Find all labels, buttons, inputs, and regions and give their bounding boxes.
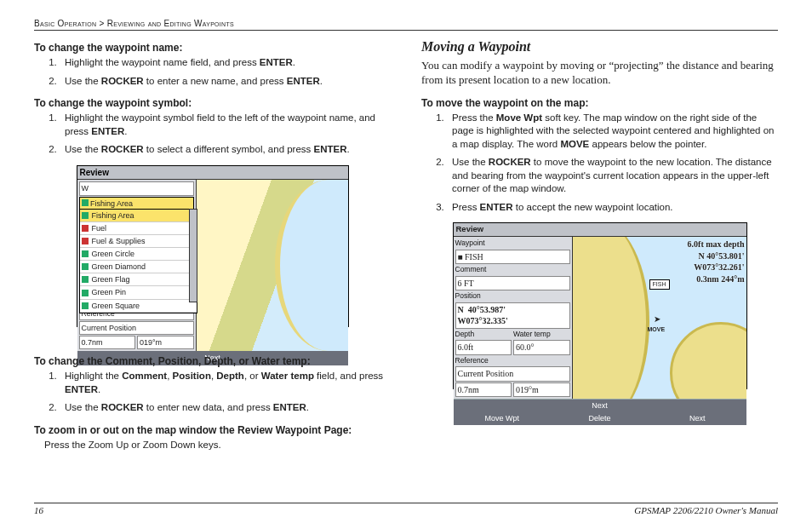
list-item[interactable]: Fuel	[80, 222, 197, 235]
softkey-delete[interactable]: Delete	[551, 411, 649, 425]
watertemp-field[interactable]: 60.0°	[513, 340, 570, 355]
map-preview	[197, 180, 348, 351]
row: W	[79, 181, 194, 195]
softkey-bar: Move Wpt Delete Next	[454, 411, 746, 425]
task1-steps: Highlight the waypoint name field, and p…	[34, 56, 391, 88]
map-preview[interactable]: 6.0ft max depth N 40°53.801' W073°32.261…	[573, 237, 746, 399]
distance-field: 0.7nm	[455, 382, 512, 398]
section-intro: You can modify a waypoint by moving or “…	[421, 58, 778, 88]
scrollbar[interactable]	[189, 209, 197, 302]
symbol-list[interactable]: Fishing Area Fuel Fuel & Supplies Green …	[79, 209, 197, 313]
list-item[interactable]: Fishing Area	[80, 210, 197, 222]
doc-title: GPSMAP 2206/2210 Owner's Manual	[634, 505, 778, 515]
task4-body: Press the Zoom Up or Zoom Down keys.	[34, 439, 391, 452]
move-label: MOVE	[648, 325, 666, 333]
figure-review-page: Review Waypoint ■ FISH Comment 6 FT Posi…	[453, 222, 747, 389]
distance: 0.7nm	[79, 336, 136, 349]
bearing-field: 019°m	[513, 382, 570, 398]
task-heading: To zoom in or out on the map window the …	[34, 423, 391, 437]
task2-steps: Highlight the waypoint symbol field to t…	[34, 112, 391, 157]
task-heading: To change the waypoint name:	[34, 41, 391, 55]
label: Reference	[455, 356, 570, 365]
breadcrumb: Basic Operation > Reviewing and Editing …	[34, 19, 778, 31]
label: Depth	[455, 330, 512, 339]
symbol-dropdown[interactable]: Fishing Area Fishing Area Fuel Fuel & Su…	[79, 197, 194, 210]
section-title: Moving a Waypoint	[421, 37, 778, 56]
step: Press ENTER to accept the new waypoint l…	[447, 201, 778, 215]
fig1-title: Review	[77, 166, 348, 181]
list-item[interactable]: Green Circle	[80, 248, 197, 261]
list-item[interactable]: Green Flag	[80, 273, 197, 286]
task-heading: To move the waypoint on the map:	[421, 96, 778, 110]
cursor-icon: ➤	[654, 313, 660, 325]
bearing: 019°m	[137, 336, 194, 349]
list-item[interactable]: Fuel & Supplies	[80, 235, 197, 248]
label: Water temp	[513, 330, 570, 339]
list-item[interactable]: Green Diamond	[80, 261, 197, 273]
list-item[interactable]: Green Pin	[80, 286, 197, 299]
step: Use the ROCKER to enter new data, and pr…	[60, 401, 391, 415]
page-number: 16	[34, 505, 43, 515]
page-footer: 16 GPSMAP 2206/2210 Owner's Manual	[34, 503, 778, 515]
map-info: 6.0ft max depth N 40°53.801' W073°32.261…	[575, 239, 745, 285]
softkey-move[interactable]: Move Wpt	[454, 411, 552, 425]
position-field[interactable]: N 40°53.987' W073°32.335'	[455, 302, 570, 329]
right-task1-steps: Press the Move Wpt soft key. The map win…	[421, 112, 778, 215]
label: Waypoint	[455, 239, 570, 248]
fig2-title: Review	[454, 223, 746, 237]
label: Position	[455, 291, 570, 301]
step: Highlight the waypoint name field, and p…	[60, 56, 391, 70]
step: Highlight the waypoint symbol field to t…	[60, 112, 391, 138]
step: Highlight the Comment, Position, Depth, …	[60, 370, 391, 396]
figure-symbol-list: Review W Fishing Area Fishing Area Fuel …	[77, 165, 349, 327]
value: Current Position	[79, 321, 194, 335]
breadcrumb-sep: >	[99, 19, 104, 28]
breadcrumb-sub: Reviewing and Editing Waypoints	[107, 19, 234, 28]
depth-field[interactable]: 6.0ft	[455, 340, 512, 355]
waypoint-flag[interactable]: FISH	[649, 279, 670, 290]
comment-field[interactable]: 6 FT	[455, 276, 570, 291]
list-item[interactable]: Green Square	[80, 300, 197, 313]
step: Use the ROCKER to select a different sym…	[60, 143, 391, 157]
step: Use the ROCKER to move the waypoint to t…	[447, 156, 778, 196]
breadcrumb-section: Basic Operation	[34, 19, 96, 28]
waypoint-field[interactable]: ■ FISH	[455, 250, 570, 265]
task3-steps: Highlight the Comment, Position, Depth, …	[34, 370, 391, 415]
next-bar[interactable]: Next	[454, 399, 746, 411]
right-column: Moving a Waypoint You can modify a waypo…	[421, 37, 778, 461]
task-heading: To change the waypoint symbol:	[34, 96, 391, 110]
step: Use the ROCKER to enter a new name, and …	[60, 75, 391, 89]
softkey-next[interactable]: Next	[649, 411, 746, 425]
step: Press the Move Wpt soft key. The map win…	[447, 112, 778, 152]
left-column: To change the waypoint name: Highlight t…	[34, 37, 391, 461]
reference-field[interactable]: Current Position	[455, 366, 570, 382]
label: Comment	[455, 265, 570, 274]
